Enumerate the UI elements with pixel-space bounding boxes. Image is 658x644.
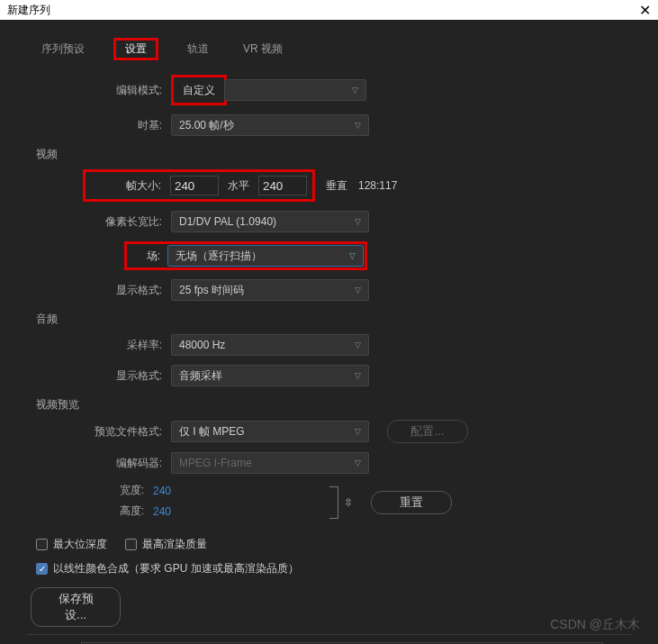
sample-rate-select[interactable]: 48000 Hz▽ bbox=[171, 334, 369, 356]
tab-vr[interactable]: VR 视频 bbox=[238, 38, 288, 60]
aspect-ratio: 128:117 bbox=[358, 179, 397, 192]
codec-select: MPEG I-Frame▽ bbox=[171, 452, 369, 474]
horizontal-label: 水平 bbox=[228, 178, 249, 194]
video-section-title: 视频 bbox=[36, 147, 631, 162]
title-bar: 新建序列 ✕ bbox=[0, 0, 658, 20]
max-bit-depth-checkbox[interactable] bbox=[36, 539, 48, 550]
frame-size-label: 帧大小: bbox=[91, 178, 170, 194]
link-icon[interactable]: ⇳ bbox=[344, 496, 353, 509]
config-button: 配置... bbox=[387, 420, 468, 443]
tab-bar: 序列预设 设置 轨道 VR 视频 bbox=[36, 38, 631, 60]
edit-mode-select[interactable]: 自定义 bbox=[176, 79, 222, 101]
vertical-label: 垂直 bbox=[326, 178, 347, 194]
edit-mode-label: 编辑模式: bbox=[27, 83, 171, 98]
timebase-label: 时基: bbox=[27, 118, 171, 133]
video-display-format-label: 显示格式: bbox=[27, 283, 171, 298]
frame-height-input[interactable] bbox=[258, 176, 307, 195]
preview-fileformat-label: 预览文件格式: bbox=[27, 424, 171, 440]
preview-width-label: 宽度: bbox=[27, 483, 153, 498]
sample-rate-label: 采样率: bbox=[27, 338, 171, 353]
window-title: 新建序列 bbox=[7, 3, 50, 18]
watermark: CSDN @丘木木 bbox=[550, 617, 640, 633]
preview-fileformat-select[interactable]: 仅 I 帧 MPEG▽ bbox=[171, 421, 369, 442]
linear-color-checkbox[interactable]: ✓ bbox=[36, 563, 48, 575]
audio-section-title: 音频 bbox=[36, 312, 631, 327]
pixel-aspect-select[interactable]: D1/DV PAL (1.0940)▽ bbox=[171, 211, 369, 232]
timebase-select[interactable]: 25.00 帧/秒▽ bbox=[171, 114, 369, 136]
preview-height-label: 高度: bbox=[27, 503, 153, 519]
pixel-aspect-label: 像素长宽比: bbox=[27, 214, 171, 230]
fields-select[interactable]: 无场（逐行扫描）▽ bbox=[167, 245, 364, 267]
video-display-format-select[interactable]: 25 fps 时间码▽ bbox=[171, 279, 369, 301]
max-render-quality-checkbox[interactable] bbox=[125, 539, 137, 550]
save-preset-button[interactable]: 保存预设... bbox=[31, 587, 121, 627]
close-icon[interactable]: ✕ bbox=[639, 2, 651, 19]
tab-tracks[interactable]: 轨道 bbox=[182, 38, 214, 60]
tab-presets[interactable]: 序列预设 bbox=[36, 38, 90, 60]
linear-color-label: 以线性颜色合成（要求 GPU 加速或最高渲染品质） bbox=[53, 561, 299, 576]
max-render-quality-label: 最高渲染质量 bbox=[142, 537, 207, 552]
reset-button[interactable]: 重置 bbox=[371, 491, 452, 514]
preview-width-value[interactable]: 240 bbox=[153, 485, 171, 497]
max-bit-depth-label: 最大位深度 bbox=[53, 537, 107, 552]
frame-width-input[interactable] bbox=[170, 176, 219, 195]
link-bracket-icon bbox=[329, 486, 338, 519]
audio-display-format-label: 显示格式: bbox=[27, 368, 171, 384]
preview-section-title: 视频预览 bbox=[36, 397, 631, 413]
fields-label: 场: bbox=[128, 249, 167, 264]
audio-display-format-select[interactable]: 音频采样▽ bbox=[171, 365, 369, 386]
codec-label: 编解码器: bbox=[27, 456, 171, 471]
edit-mode-dropdown[interactable]: ▽ bbox=[224, 79, 366, 101]
tab-settings[interactable]: 设置 bbox=[120, 39, 152, 59]
preview-height-value[interactable]: 240 bbox=[153, 505, 171, 518]
